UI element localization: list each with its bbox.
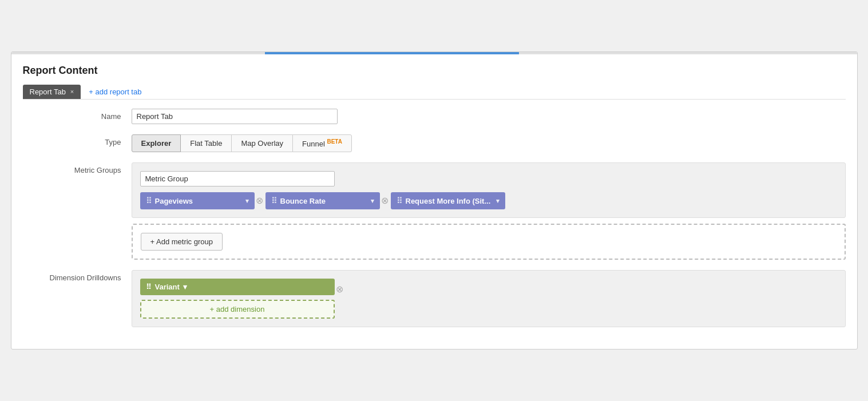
pageviews-chip-wrapper: ⠿ Pageviews ▾ ⊗ [140,192,263,209]
type-btn-map-overlay[interactable]: Map Overlay [231,134,293,152]
metric-chips-row: ⠿ Pageviews ▾ ⊗ ⠿ Bounce Rate [140,192,837,209]
dimension-drilldowns-control-area: ⠿ Variant ▾ ⊗ + add dimension [132,270,846,327]
metric-groups-row: Metric Groups ⠿ Pageviews ▾ [23,162,846,260]
variant-remove-icon[interactable]: ⊗ [336,285,343,294]
type-btn-flat-table[interactable]: Flat Table [180,134,232,152]
tab-label: Report Tab [30,88,66,96]
pageviews-drag-handle: ⠿ [146,196,152,205]
variant-chip[interactable]: ⠿ Variant ▾ [140,279,335,295]
type-label: Type [23,134,132,146]
metric-group-name-input[interactable] [140,171,335,186]
bounce-rate-label: Bounce Rate [280,197,367,205]
bounce-rate-remove-icon[interactable]: ⊗ [381,196,389,205]
type-btn-explorer[interactable]: Explorer [132,134,181,152]
tab-report-tab[interactable]: Report Tab × [23,85,81,99]
bounce-rate-chip-wrapper: ⠿ Bounce Rate ▾ ⊗ [265,192,389,209]
type-buttons: Explorer Flat Table Map Overlay Funnel B… [132,134,846,152]
variant-drag-handle: ⠿ [146,283,152,291]
beta-badge: BETA [327,138,342,145]
metric-groups-control-area: ⠿ Pageviews ▾ ⊗ ⠿ Bounce Rate [132,162,846,260]
metric-groups-container: ⠿ Pageviews ▾ ⊗ ⠿ Bounce Rate [132,162,846,218]
type-row: Type Explorer Flat Table Map Overlay Fun… [23,134,846,152]
metric-groups-label: Metric Groups [23,162,132,174]
dimension-drilldowns-container: ⠿ Variant ▾ ⊗ + add dimension [132,270,846,327]
pageviews-remove-icon[interactable]: ⊗ [256,196,263,205]
add-dimension-button[interactable]: + add dimension [140,300,335,319]
request-more-chip-wrapper: ⠿ Request More Info (Sit... ▾ [391,192,505,209]
main-panel: Report Content Report Tab × + add report… [11,51,858,350]
add-metric-group-section: + Add metric group [132,224,846,260]
dimension-drilldowns-row: Dimension Drilldowns ⠿ Variant ▾ ⊗ + add… [23,270,846,327]
add-metric-group-button[interactable]: + Add metric group [141,233,223,251]
type-btn-funnel[interactable]: Funnel BETA [292,134,352,152]
request-more-label: Request More Info (Sit... [406,197,493,205]
form-area: Name Type Explorer Flat Table Map Overla… [23,100,846,327]
name-control-area [132,109,846,124]
pageviews-chevron-icon[interactable]: ▾ [245,197,249,205]
tabs-row: Report Tab × + add report tab [23,85,846,100]
bounce-rate-drag-handle: ⠿ [271,196,277,205]
pageviews-chip[interactable]: ⠿ Pageviews ▾ [140,192,255,209]
request-more-info-chip[interactable]: ⠿ Request More Info (Sit... ▾ [391,192,505,209]
bounce-rate-chip[interactable]: ⠿ Bounce Rate ▾ [265,192,380,209]
name-row: Name [23,109,846,124]
pageviews-label: Pageviews [155,197,242,205]
request-more-drag-handle: ⠿ [397,196,402,205]
name-input[interactable] [132,109,338,124]
variant-chevron-icon[interactable]: ▾ [183,283,187,291]
variant-label: Variant [155,283,180,291]
variant-chip-wrapper: ⠿ Variant ▾ ⊗ [140,279,837,300]
bounce-rate-chevron-icon[interactable]: ▾ [371,197,374,205]
tab-close-icon[interactable]: × [70,88,74,95]
page-title: Report Content [23,65,846,77]
add-report-tab-link[interactable]: + add report tab [89,88,141,96]
dimension-drilldowns-label: Dimension Drilldowns [23,270,132,282]
type-control-area: Explorer Flat Table Map Overlay Funnel B… [132,134,846,152]
name-label: Name [23,109,132,121]
request-more-chevron-icon[interactable]: ▾ [496,197,500,205]
